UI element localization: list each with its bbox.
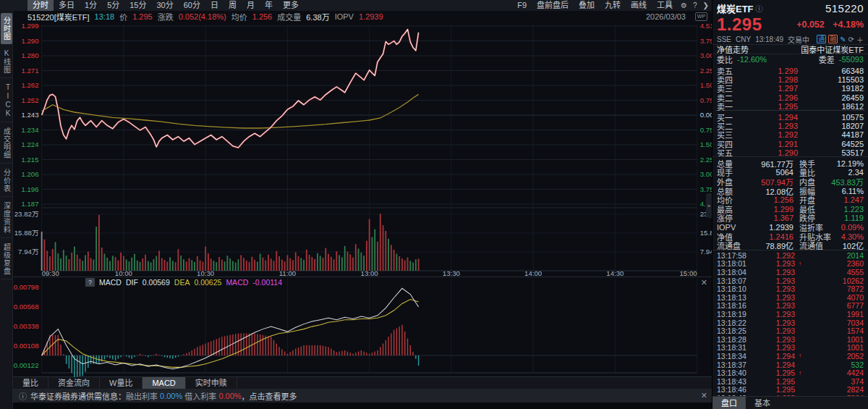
book-price[interactable]: 1.295 [739, 102, 798, 111]
tick-volume: 7034 [805, 319, 864, 327]
status-more-link[interactable]: ，点击查看更多 [242, 390, 297, 402]
book-row-买四[interactable]: 买四1.29164525 [712, 138, 868, 147]
book-price[interactable]: 1.292 [739, 130, 798, 139]
book-price[interactable]: 1.294 [739, 113, 798, 122]
intraday-chart[interactable]: 1.2991.2901.2801.2711.2621.2521.2431.234… [13, 22, 712, 277]
indicator-tab-资金流向[interactable]: 资金流向 [48, 377, 100, 389]
sidebar-item-超级复盘[interactable]: 超级复盘 [1, 240, 12, 279]
margin-status-bar[interactable]: ⓘ 华泰证券融券通供需信息： 融出利率 0.00% 借入利率 0.00% ，点击… [13, 389, 712, 402]
refresh-icon[interactable]: ⟳ [848, 35, 854, 43]
tick-row: 13:17:581.2922014 [712, 251, 868, 260]
macd-close-icon[interactable]: ✕ [701, 279, 707, 287]
collapse-panel-handle[interactable]: » [706, 193, 712, 218]
nav-value-row[interactable]: 净值走势 国泰中证煤炭ETF [712, 44, 868, 54]
edit-icon[interactable]: ✎ [840, 35, 846, 43]
pct-axis-tick: 3.00% [700, 52, 712, 60]
sidebar-item-深度资料[interactable]: 深度资料 [1, 198, 12, 238]
period-tab-周[interactable]: 周 [224, 0, 242, 11]
book-row-买五[interactable]: 买五1.29053517 [712, 147, 868, 156]
book-row-买一[interactable]: 买一1.29410575 [712, 111, 868, 120]
tick-volume: 532 [805, 360, 864, 369]
book-row-买二[interactable]: 买二1.29318207 [712, 120, 868, 129]
period-tab-月[interactable]: 月 [242, 0, 260, 11]
chart-date: 2026/03/03 [646, 12, 686, 21]
iopv-value: 1.2939 [359, 12, 383, 21]
period-tab-30分[interactable]: 30分 [152, 0, 179, 11]
book-price[interactable]: 1.296 [739, 93, 798, 102]
tick-row: 13:18:371.294532 [712, 360, 868, 369]
chevron-right-icon[interactable]: ❯ [700, 1, 712, 9]
sidebar-item-分价表[interactable]: 分价表 [1, 165, 12, 197]
book-row-卖三[interactable]: 卖三1.29719182 [712, 83, 868, 91]
stat-row: 流通盘78.89亿流通值102亿 [712, 240, 868, 249]
indicator-tab-量比[interactable]: 量比 [13, 377, 48, 389]
tick-volume: 1991 [805, 310, 864, 319]
period-tab-多日[interactable]: 多日 [54, 0, 80, 11]
stat-value: 961.77万 [746, 158, 793, 169]
macd-header: ? MACD DIF 0.00569 DEA 0.00625 MACD -0.0… [85, 278, 286, 287]
price-axis-tick: 1.224 [21, 141, 39, 149]
indicator-tab-W量比[interactable]: W量比 [100, 377, 142, 389]
period-tab-60分[interactable]: 60分 [179, 0, 205, 11]
panel-tab-盘口[interactable]: 盘口 [712, 397, 746, 409]
book-price[interactable]: 1.297 [739, 84, 798, 93]
toolbar-item-九转[interactable]: 九转 [600, 0, 626, 11]
period-tab-1分[interactable]: 1分 [80, 0, 102, 11]
logo-badge: WP [695, 12, 707, 21]
help-icon[interactable]: ? [690, 1, 700, 9]
security-info-icon[interactable]: ⓘ [756, 3, 763, 14]
macd-help-icon[interactable]: ? [85, 278, 95, 287]
chart-symbol: 515220[煤炭ETF] [27, 11, 90, 22]
tick-price: 1.293 [757, 268, 795, 277]
indicator-tab-MACD[interactable]: MACD [142, 377, 185, 389]
period-tab-15分[interactable]: 15分 [124, 0, 151, 11]
change-pct: +4.18% [833, 20, 864, 30]
tick-time: 13:18:07 [717, 277, 757, 285]
tick-time: 13:18:19 [717, 310, 757, 319]
sidebar-item-成交明细[interactable]: 成交明细 [1, 124, 12, 164]
tick-row: 13:18:101.2937872 [712, 284, 868, 293]
period-tab-年[interactable]: 年 [260, 0, 278, 11]
tick-price: 1.295 [757, 385, 795, 394]
toolbar-item-画线[interactable]: 画线 [626, 0, 652, 11]
book-price[interactable]: 1.298 [739, 75, 798, 84]
sidebar-item-TICK[interactable]: TICK [1, 80, 12, 122]
book-row-卖五[interactable]: 卖五1.29966348 [712, 65, 868, 74]
book-price[interactable]: 1.291 [739, 140, 798, 148]
book-price[interactable]: 1.290 [739, 148, 798, 157]
stat-value: 12.19% [831, 159, 864, 168]
stat-row: 总额12.08亿振幅6.11% [712, 185, 868, 195]
book-price[interactable]: 1.293 [739, 122, 798, 130]
sidebar-item-分时图[interactable]: 分时图 [1, 13, 12, 44]
rong-badge: 融 [828, 35, 838, 43]
main-column: 分时多日1分5分15分30分60分日周月年更多F9盘前盘后叠加九转画线工具⚙?❯… [0, 0, 712, 409]
pct-axis-tick: 4.51% [700, 22, 712, 30]
period-tab-5分[interactable]: 5分 [102, 0, 124, 11]
panel-tab-基本[interactable]: 基本 [746, 397, 779, 409]
toolbar-item-叠加[interactable]: 叠加 [574, 0, 600, 11]
book-price[interactable]: 1.299 [739, 67, 798, 75]
gear-icon[interactable]: ⚙ [678, 1, 690, 9]
sidebar-item-K线图[interactable]: K线图 [1, 46, 12, 78]
toolbar-item-工具[interactable]: 工具 [652, 0, 678, 11]
stat-value: 12.08亿 [746, 185, 793, 197]
book-row-卖一[interactable]: 卖一1.29518612 [712, 101, 868, 109]
avg-value: 1.256 [252, 12, 273, 21]
macd-chart[interactable]: 0.007980.005680.003380.00108-0.00122 [13, 277, 712, 377]
book-row-买三[interactable]: 买三1.29244187 [712, 129, 868, 138]
book-row-卖四[interactable]: 卖四1.298115503 [712, 74, 868, 83]
tick-volume: 2052 [805, 352, 864, 360]
book-row-卖二[interactable]: 卖二1.29626459 [712, 92, 868, 101]
toolbar-item-F9[interactable]: F9 [512, 0, 532, 11]
weicha-value: -55093 [839, 55, 864, 64]
macd-dea-label: DEA [174, 278, 190, 287]
status-close-icon[interactable]: ✕ [701, 392, 707, 400]
period-tab-日[interactable]: 日 [205, 0, 224, 11]
stat-row: 现手5064量比2.34 [712, 166, 868, 176]
stat-row: 净值1.2416升贴水率4.30% [712, 231, 868, 240]
toolbar-item-盘前盘后[interactable]: 盘前盘后 [532, 0, 574, 11]
period-tab-更多[interactable]: 更多 [278, 0, 304, 11]
period-tab-分时[interactable]: 分时 [27, 0, 54, 11]
indicator-tab-实时申赎[interactable]: 实时申赎 [186, 377, 237, 389]
tick-price: 1.295 [757, 377, 795, 386]
